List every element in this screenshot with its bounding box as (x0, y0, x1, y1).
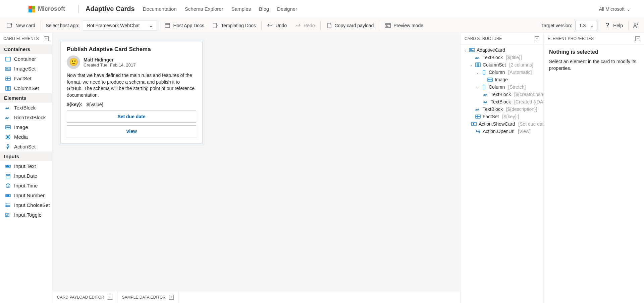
element-item-media[interactable]: Media (0, 132, 52, 142)
tree-node-meta: [View] (518, 129, 531, 134)
fact-row: ${key}:${value} (67, 102, 196, 107)
tree-node-meta: [2 columns] (509, 62, 533, 68)
inputtoggle-icon (5, 212, 11, 218)
redo-icon (295, 23, 301, 29)
copy-payload-button[interactable]: Copy card payload (322, 18, 378, 33)
tree-node-textblock[interactable]: aATextBlock[${title}] (461, 54, 543, 61)
svg-text:aA: aA (5, 116, 9, 120)
templating-icon (212, 23, 218, 29)
element-item-image[interactable]: Image (0, 122, 52, 132)
chevron-down-icon[interactable]: ⌄ (469, 63, 473, 67)
textblock-icon: aA (475, 55, 481, 60)
svg-text:aA: aA (475, 108, 479, 111)
chevron-down-icon[interactable]: ⌄ (475, 85, 479, 89)
openurl-icon (475, 129, 481, 134)
element-item-input-text[interactable]: AbcInput.Text (0, 161, 52, 171)
redo-button: Redo (291, 18, 319, 33)
tree-node-column[interactable]: ⌄Column[Stretch] (461, 83, 543, 91)
preview-mode-button[interactable]: Preview mode (381, 18, 427, 33)
svg-rect-3 (385, 24, 390, 28)
nav-blog[interactable]: Blog (259, 6, 269, 12)
microsoft-logo[interactable]: Microsoft (29, 5, 65, 12)
svg-point-4 (634, 24, 636, 25)
avatar: 🙂 (67, 55, 80, 69)
chevron-down-icon: ⌄ (627, 6, 631, 12)
element-item-input-time[interactable]: Input.Time (0, 181, 52, 190)
tab-card-payload-editor[interactable]: CARD PAYLOAD EDITOR + (52, 291, 117, 303)
templating-docs-button[interactable]: Templating Docs (208, 18, 260, 33)
adaptive-card-preview[interactable]: Publish Adaptive Card Schema 🙂 Matt Hidi… (60, 41, 203, 144)
element-item-input-number[interactable]: 123Input.Number (0, 190, 52, 200)
target-version-value: 1.3 (579, 23, 586, 28)
element-item-label: Input.Date (14, 173, 37, 179)
nav-samples[interactable]: Samples (231, 6, 251, 12)
set-due-date-button[interactable]: Set due date (67, 111, 196, 123)
svg-rect-11 (9, 86, 10, 90)
microsoft-logo-icon (29, 6, 35, 12)
element-item-factset[interactable]: FactSet (0, 74, 52, 83)
tree-node-textblock[interactable]: aATextBlock[${description}] (461, 105, 543, 113)
inputtext-icon: Abc (5, 164, 11, 169)
new-card-button[interactable]: New card (3, 18, 39, 33)
element-group-header: Containers (0, 44, 52, 54)
element-item-input-toggle[interactable]: Input.Toggle (0, 210, 52, 220)
element-item-input-choiceset[interactable]: Input.ChoiceSet (0, 200, 52, 210)
view-button[interactable]: View (67, 125, 196, 137)
element-item-richtextblock[interactable]: aARichTextBlock (0, 113, 52, 122)
tree-node-action-openurl[interactable]: Action.OpenUrl[View] (461, 128, 543, 135)
collapse-icon[interactable]: − (535, 36, 539, 41)
chevron-down-icon[interactable]: ⌄ (475, 70, 479, 75)
tree-node-meta: [Automatic] (508, 70, 532, 75)
element-item-actionset[interactable]: ActionSet (0, 142, 52, 152)
tree-node-action-showcard[interactable]: Action.ShowCard[Set due date (461, 120, 543, 128)
nav-designer[interactable]: Designer (277, 6, 297, 12)
chevron-down-icon[interactable]: ⌄ (463, 48, 467, 52)
tree-node-columnset[interactable]: ⌄ColumnSet[2 columns] (461, 61, 543, 69)
help-button[interactable]: ? Help (600, 18, 627, 33)
undo-label: Undo (276, 23, 287, 28)
collapse-icon[interactable]: − (44, 36, 49, 41)
expand-icon[interactable]: + (108, 295, 112, 300)
element-item-label: ActionSet (14, 144, 36, 149)
card-title: Publish Adaptive Card Schema (67, 46, 196, 53)
tree-node-name: Action.ShowCard (479, 121, 515, 127)
target-version-select[interactable]: 1.3 ⌄ (576, 21, 597, 30)
element-item-columnset[interactable]: ColumnSet (0, 83, 52, 93)
host-app-docs-button[interactable]: Host App Docs (160, 18, 208, 33)
undo-button[interactable]: Undo (263, 18, 291, 33)
host-app-select[interactable]: Bot Framework WebChat ⌄ (83, 20, 158, 31)
svg-point-25 (6, 206, 6, 207)
properties-text: Select an element in the card to modify … (549, 58, 639, 72)
element-item-textblock[interactable]: aATextBlock (0, 103, 52, 113)
toolbar: New card Select host app: Bot Framework … (0, 18, 644, 33)
brand-title[interactable]: Adaptive Cards (86, 5, 135, 13)
tree-node-adaptivecard[interactable]: ⌄AdaptiveCard (461, 46, 543, 54)
top-nav: Microsoft Adaptive Cards Documentation S… (0, 0, 644, 18)
tree-node-textblock[interactable]: aATextBlock[Created {{DATE(${ (461, 98, 543, 105)
target-version-label: Target version: (538, 23, 576, 28)
element-item-imageset[interactable]: ImageSet (0, 64, 52, 74)
all-microsoft-dropdown[interactable]: All Microsoft ⌄ (599, 6, 631, 12)
svg-rect-27 (470, 48, 474, 52)
tree-node-textblock[interactable]: aATextBlock[${creator.name}] (461, 91, 543, 98)
nav-documentation[interactable]: Documentation (143, 6, 177, 12)
svg-rect-9 (6, 86, 7, 90)
svg-rect-5 (6, 57, 10, 61)
tree-node-column[interactable]: ⌄Column[Automatic] (461, 69, 543, 76)
element-item-container[interactable]: Container (0, 54, 52, 64)
feedback-button[interactable] (630, 18, 641, 33)
collapse-icon[interactable]: − (635, 36, 640, 41)
svg-rect-19 (6, 174, 10, 178)
svg-text:aA: aA (475, 56, 479, 59)
nav-links: Documentation Schema Explorer Samples Bl… (143, 6, 297, 12)
tree-node-meta: [${key}:] (502, 114, 519, 119)
tab-sample-data-editor[interactable]: SAMPLE DATA EDITOR + (117, 291, 179, 303)
tree-node-factset[interactable]: FactSet[${key}:] (461, 113, 543, 120)
separator (320, 21, 321, 30)
card-elements-panel: CARD ELEMENTS − ContainersContainerImage… (0, 33, 52, 303)
expand-icon[interactable]: + (169, 295, 174, 300)
element-item-input-date[interactable]: Input.Date (0, 171, 52, 181)
tree-node-image[interactable]: Image (461, 76, 543, 83)
element-item-label: RichTextBlock (14, 115, 46, 120)
nav-schema-explorer[interactable]: Schema Explorer (185, 6, 223, 12)
